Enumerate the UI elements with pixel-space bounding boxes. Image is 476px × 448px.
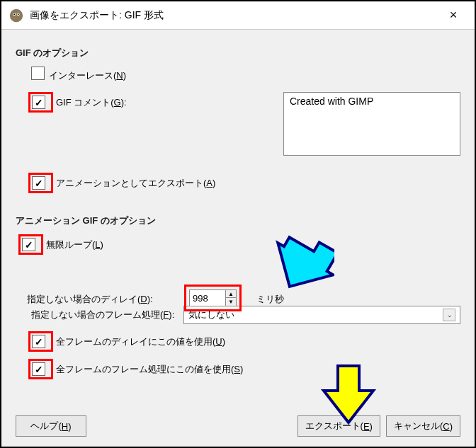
infinite-loop-checkbox[interactable] — [22, 238, 35, 251]
spinner-down-icon[interactable]: ▼ — [226, 298, 236, 306]
delay-label: 指定しない場合のディレイ(D): — [27, 293, 153, 306]
gif-comment-checkbox-highlight — [28, 92, 53, 113]
svg-point-3 — [13, 13, 15, 15]
dialog-body: GIF のオプション インターレース(N) GIF コメント(G): Creat… — [1, 30, 475, 447]
interlace-row: インターレース(N) — [31, 67, 460, 82]
infinite-loop-checkbox-highlight — [18, 234, 43, 255]
infinite-loop-row: 無限ループ(L) — [18, 234, 460, 255]
export-animation-label: アニメーションとしてエクスポート(A) — [56, 173, 215, 190]
use-delay-all-checkbox-highlight — [28, 331, 53, 352]
delay-unit-label: ミリ秒 — [256, 293, 284, 306]
export-as-animation-row: アニメーションとしてエクスポート(A) — [28, 173, 460, 193]
gif-comment-label: GIF コメント(G): — [56, 92, 127, 109]
use-delay-all-row: 全フレームのディレイにこの値を使用(U) — [28, 331, 460, 352]
use-disposal-all-checkbox[interactable] — [32, 362, 45, 376]
delay-spinner-highlight: ▲ ▼ — [184, 285, 242, 311]
export-button[interactable]: エクスポート(E) — [298, 415, 380, 437]
interlace-label: インターレース(N) — [49, 67, 126, 82]
app-icon — [8, 8, 24, 23]
help-button[interactable]: ヘルプ(H) — [16, 415, 86, 437]
delay-input[interactable] — [190, 290, 225, 306]
anim-options-title: アニメーション GIF のオプション — [16, 214, 460, 227]
export-animation-checkbox-highlight — [28, 173, 53, 193]
svg-point-0 — [10, 8, 23, 21]
close-icon[interactable]: × — [439, 8, 468, 23]
delay-spinner[interactable]: ▲ ▼ — [189, 289, 237, 306]
infinite-loop-label: 無限ループ(L) — [46, 234, 103, 251]
gif-comment-row: GIF コメント(G): Created with GIMP — [28, 92, 460, 156]
use-delay-all-label: 全フレームのディレイにこの値を使用(U) — [56, 331, 225, 348]
gif-options-title: GIF のオプション — [16, 47, 460, 59]
gif-comment-textarea[interactable]: Created with GIMP — [283, 92, 460, 156]
spinner-up-icon[interactable]: ▲ — [226, 290, 236, 298]
use-disposal-all-label: 全フレームのフレーム処理にこの値を使用(S) — [56, 359, 243, 376]
gif-comment-checkbox[interactable] — [32, 96, 45, 109]
cancel-button[interactable]: キャンセル(C) — [386, 415, 460, 437]
frame-disposal-row: 指定しない場合のフレーム処理(F): 気にしない ⌵ — [31, 306, 460, 324]
window-title: 画像をエクスポート: GIF 形式 — [30, 9, 164, 22]
footer: ヘルプ(H) エクスポート(E) キャンセル(C) — [16, 415, 460, 437]
use-disposal-all-row: 全フレームのフレーム処理にこの値を使用(S) — [28, 359, 460, 379]
chevron-down-icon: ⌵ — [443, 309, 455, 321]
use-disposal-all-checkbox-highlight — [28, 359, 53, 379]
frame-disposal-label: 指定しない場合のフレーム処理(F): — [31, 309, 183, 321]
export-animation-checkbox[interactable] — [32, 176, 45, 190]
titlebar: 画像をエクスポート: GIF 形式 × — [1, 1, 475, 30]
interlace-checkbox[interactable] — [31, 67, 45, 80]
svg-point-4 — [18, 13, 19, 15]
use-delay-all-checkbox[interactable] — [32, 335, 45, 348]
spinner-buttons: ▲ ▼ — [225, 290, 236, 306]
export-dialog: 画像をエクスポート: GIF 形式 × GIF のオプション インターレース(N… — [0, 0, 476, 448]
